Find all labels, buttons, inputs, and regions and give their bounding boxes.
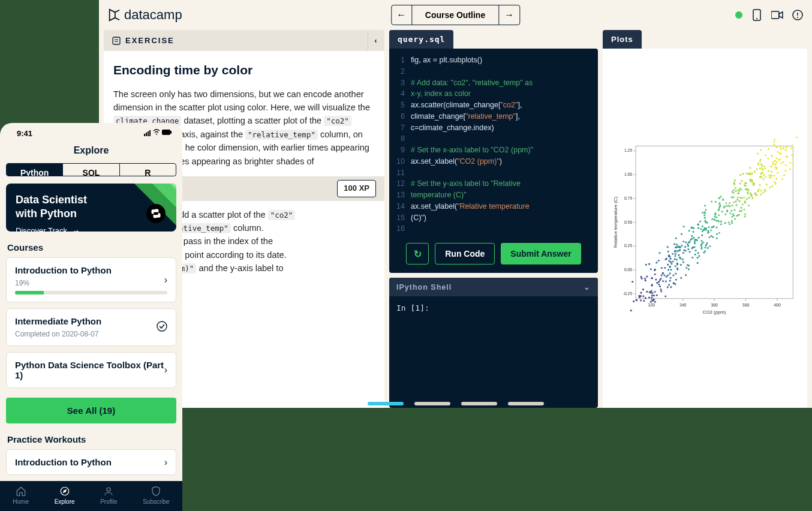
outline-label[interactable]: Course Outline (412, 5, 499, 25)
svg-point-317 (722, 199, 724, 200)
language-segmented-control[interactable]: Python SQL R (6, 163, 176, 176)
svg-point-314 (739, 210, 741, 212)
pager-dot[interactable] (508, 402, 544, 405)
svg-point-288 (715, 201, 717, 203)
nav-profile[interactable]: Profile (100, 486, 117, 505)
svg-point-82 (660, 288, 661, 290)
svg-point-225 (711, 235, 712, 237)
plots-tab[interactable]: Plots (603, 30, 642, 49)
course-progress-label: 19% (15, 279, 167, 287)
reset-button[interactable]: ↻ (406, 243, 429, 264)
chevron-right-icon: › (164, 457, 167, 468)
svg-point-344 (735, 187, 736, 189)
svg-point-349 (733, 182, 735, 184)
svg-rect-6 (113, 37, 120, 44)
svg-point-453 (765, 154, 766, 156)
svg-point-296 (719, 204, 721, 206)
svg-point-438 (777, 151, 779, 153)
chevron-right-icon: › (164, 275, 167, 285)
outline-prev-button[interactable]: ← (392, 5, 412, 25)
svg-point-104 (672, 274, 674, 276)
svg-point-41 (642, 288, 644, 290)
svg-point-373 (740, 188, 742, 190)
pager-dot[interactable] (368, 402, 404, 405)
course-card[interactable]: Intermediate PythonCompleted on 2020-08-… (6, 308, 176, 346)
svg-point-253 (715, 227, 717, 229)
svg-point-88 (651, 292, 653, 294)
seg-python[interactable]: Python (7, 164, 63, 176)
svg-point-481 (776, 157, 778, 159)
editor-tab[interactable]: query.sql (389, 30, 453, 49)
run-button[interactable]: Run Code (435, 243, 495, 264)
svg-point-162 (676, 267, 678, 269)
chevron-down-icon[interactable]: ⌄ (584, 282, 591, 291)
see-all-button[interactable]: See All (19) (6, 398, 176, 423)
svg-point-475 (773, 144, 775, 146)
svg-point-95 (669, 280, 671, 282)
svg-point-77 (664, 295, 666, 297)
code-editor[interactable]: 1fig, ax = plt.subplots()23# Add data: "… (389, 49, 598, 273)
svg-point-463 (786, 146, 787, 148)
svg-point-498 (107, 488, 110, 491)
submit-button[interactable]: Submit Answer (501, 243, 581, 264)
svg-point-369 (742, 173, 744, 175)
svg-point-337 (729, 202, 730, 204)
svg-point-400 (749, 172, 751, 174)
course-card[interactable]: Introduction to Python19%› (6, 257, 176, 302)
pager-dot[interactable] (414, 402, 450, 405)
svg-point-108 (667, 286, 669, 288)
svg-rect-486 (144, 134, 145, 136)
pager-dot[interactable] (461, 402, 497, 405)
svg-point-454 (783, 175, 785, 176)
svg-point-127 (668, 260, 670, 262)
mobile-icon[interactable] (751, 9, 763, 21)
svg-text:0.75: 0.75 (624, 196, 632, 200)
shell-prompt[interactable]: In [1]: (389, 296, 598, 320)
video-icon[interactable] (771, 9, 783, 21)
svg-point-191 (681, 233, 682, 235)
svg-point-304 (731, 196, 733, 198)
course-card[interactable]: Python Data Science Toolbox (Part 1)› (6, 352, 176, 388)
svg-point-189 (682, 258, 684, 260)
workouts-heading: Practice Workouts (7, 434, 176, 444)
outline-next-button[interactable]: → (499, 5, 519, 25)
workout-card[interactable]: Introduction to Python › (6, 449, 176, 475)
promo-card[interactable]: Data Scientistwith Python Discover Track… (6, 184, 176, 232)
svg-point-149 (672, 253, 673, 255)
mobile-overlay: 9:41 Explore Python SQL R Data Scientist… (0, 123, 182, 511)
svg-text:0.25: 0.25 (624, 244, 632, 248)
ipython-shell[interactable]: IPython Shell ⌄ In [1]: (389, 278, 598, 408)
svg-point-55 (645, 279, 646, 281)
svg-point-427 (775, 183, 777, 185)
nav-explore[interactable]: Explore (55, 486, 75, 505)
svg-point-183 (697, 262, 699, 264)
svg-point-408 (759, 167, 761, 169)
svg-point-378 (741, 180, 742, 182)
svg-point-358 (751, 197, 753, 199)
svg-point-471 (786, 156, 788, 158)
seg-r[interactable]: R (120, 164, 176, 176)
svg-point-195 (691, 235, 693, 237)
svg-rect-487 (146, 133, 147, 136)
svg-point-192 (698, 255, 700, 257)
svg-point-129 (675, 279, 677, 281)
svg-point-180 (697, 252, 699, 254)
svg-point-330 (732, 196, 734, 198)
svg-point-418 (754, 171, 756, 173)
svg-text:320: 320 (648, 303, 655, 307)
svg-point-226 (700, 248, 702, 250)
svg-point-205 (706, 242, 708, 244)
svg-point-457 (771, 175, 772, 176)
seg-sql[interactable]: SQL (63, 164, 119, 176)
info-icon[interactable] (792, 9, 804, 21)
nav-subscribe[interactable]: Subscribe (143, 486, 169, 505)
svg-marker-497 (63, 490, 66, 493)
svg-rect-2 (771, 11, 779, 19)
svg-point-89 (659, 285, 661, 287)
svg-point-284 (714, 214, 716, 215)
svg-point-81 (645, 264, 647, 266)
svg-point-257 (702, 212, 703, 214)
nav-home[interactable]: Home (13, 486, 29, 505)
chevron-right-icon: › (164, 365, 167, 375)
collapse-icon[interactable]: ‹ (368, 30, 384, 51)
